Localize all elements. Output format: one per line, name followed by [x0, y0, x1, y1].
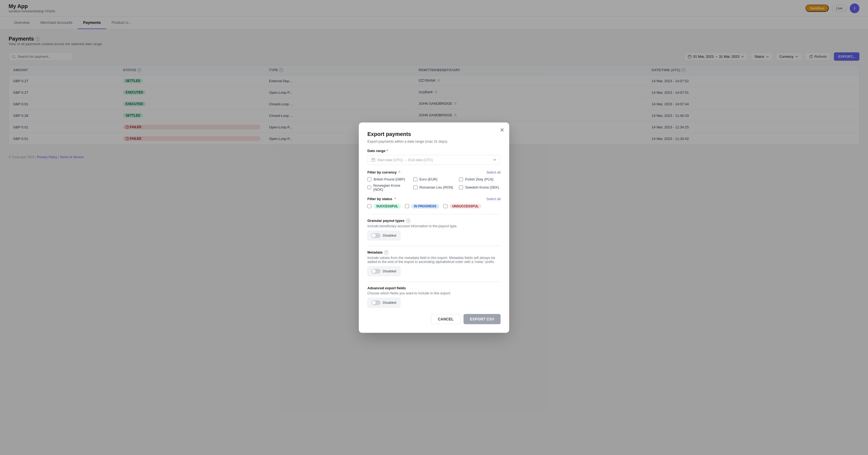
svg-rect-12 [372, 158, 375, 161]
modal-title: Export payments [367, 131, 501, 137]
date-range-placeholder: Start date (UTC) → End date (UTC) [377, 158, 433, 162]
date-range-label: Date range * [367, 149, 501, 153]
modal-close-button[interactable]: ✕ [500, 127, 504, 133]
calendar-icon [371, 158, 375, 162]
chevron-down-icon [493, 158, 497, 162]
required-marker: * [386, 149, 388, 153]
modal-subtitle: Export payments within a date range (max… [367, 140, 501, 144]
export-payments-modal: ✕ Export payments Export payments within… [359, 122, 509, 163]
modal-overlay[interactable]: ✕ Export payments Export payments within… [0, 0, 868, 163]
date-range-select[interactable]: Start date (UTC) → End date (UTC) [367, 155, 501, 163]
